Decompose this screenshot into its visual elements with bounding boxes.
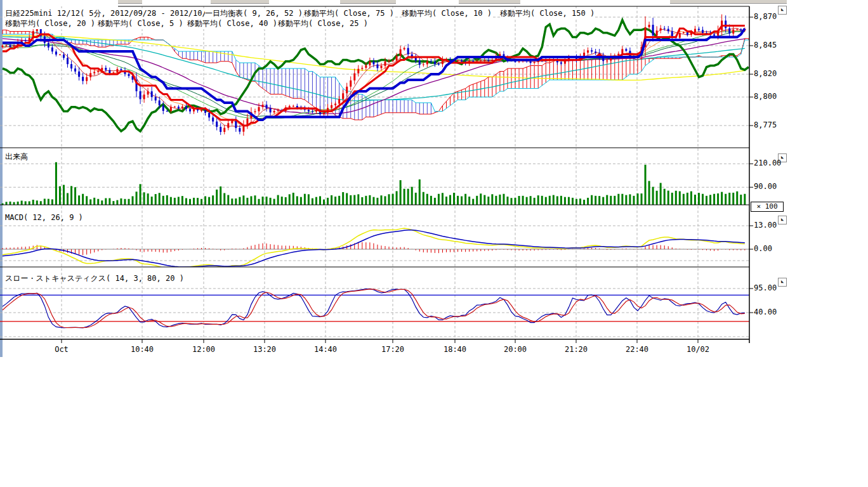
legend-item-row1-3: 移動平均( Close, 10 ) (402, 8, 492, 19)
time-axis-label-10: 10/02 (687, 345, 709, 354)
time-axis-label-7: 20:00 (504, 345, 527, 354)
price-panel (3, 20, 749, 132)
legend-item-row1-1: 一目均衡表( 9, 26, 52 ) (205, 8, 303, 19)
price-axis-label-4: 8,775 (754, 120, 792, 129)
stoch-axis-label-1: 40.00 (754, 308, 792, 316)
chikou-span-line (3, 20, 749, 132)
macd-axis-label-1: 0.00 (754, 244, 792, 253)
panel-borders (0, 6, 753, 343)
time-axis-label-4: 14:40 (314, 345, 337, 354)
volume-panel-label: 出来高 (5, 152, 28, 162)
macd-axis-label-0: 13.00 (754, 221, 792, 230)
time-axis-label-2: 12:00 (192, 345, 215, 354)
legend-item-row1-4: 移動平均( Close, 150 ) (500, 8, 595, 19)
time-axis-label-5: 17:20 (381, 345, 404, 354)
volume-panel (2, 162, 746, 205)
volume-axis-label-0: 210.00 (754, 159, 792, 167)
macd-panel-label: MACD( 12, 26, 9 ) (5, 213, 83, 222)
time-axis-label-9: 22:40 (626, 345, 648, 354)
legend-item-row2-2: 移動平均( Close, 40 ) (187, 18, 277, 29)
time-axis-label-6: 18:40 (444, 345, 466, 354)
volume-scale-badge[interactable]: × 100 (751, 202, 784, 212)
stochastics-panel-label: スロー・ストキャスティクス( 14, 3, 80, 20 ) (5, 273, 184, 284)
chart-canvas[interactable] (0, 0, 868, 487)
time-axis-label-3: 13:20 (253, 345, 276, 354)
price-axis-label-2: 8,820 (754, 69, 792, 78)
legend-item-row2-1: 移動平均( Close, 5 ) (98, 18, 183, 29)
time-axis-label-1: 10:40 (131, 345, 154, 354)
ma75-line (3, 37, 745, 101)
price-axis-label-3: 8,800 (754, 92, 792, 101)
legend-item-row2-0: 移動平均( Close, 20 ) (5, 18, 95, 29)
time-axis-label-8: 21:20 (565, 345, 588, 354)
candlesticks (2, 15, 746, 136)
stoch-axis-label-0: 95.00 (754, 283, 792, 292)
time-axis-label-0: Oct (55, 345, 69, 354)
legend-item-row1-0: 日経225mini 12/12( 5分, 2012/09/28 - 2012/1… (5, 8, 225, 19)
volume-axis-label-1: 90.00 (754, 182, 792, 191)
legend-item-row2-3: 移動平均( Close, 25 ) (278, 18, 368, 29)
senkou-span-b-line (3, 32, 749, 112)
price-axis-label-0: 8,870 (754, 12, 792, 21)
chart-window: 日経225mini 12/12( 5分, 2012/09/28 - 2012/1… (0, 0, 868, 487)
legend-item-row1-2: 移動平均( Close, 75 ) (304, 8, 394, 19)
price-axis-label-1: 8,845 (754, 41, 792, 49)
